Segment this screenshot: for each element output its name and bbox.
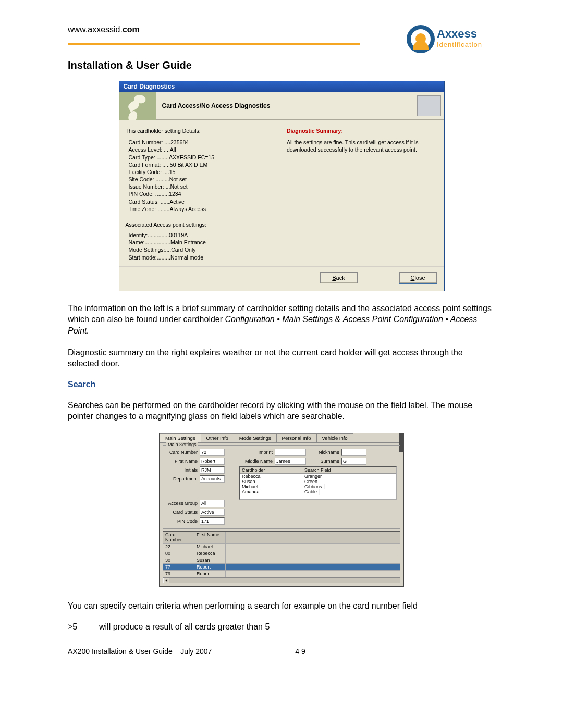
imprint-input[interactable] — [275, 449, 306, 456]
details-heading: This cardholder setting Details: — [126, 127, 277, 134]
detail-line: Time Zone: ........Always Access — [129, 205, 277, 213]
search-results-grid[interactable]: Cardholder Search Field RebeccaGranger S… — [239, 466, 397, 500]
criteria-operator: >5 — [68, 622, 84, 632]
detail-line: Site Code: .........Not set — [129, 176, 277, 183]
banner-image-right — [417, 95, 441, 116]
department-input[interactable]: Accounts — [200, 475, 225, 483]
table-row: 79Rupert — [163, 571, 400, 577]
group-label: Main Settings — [166, 442, 198, 447]
tab-vehicle-info[interactable]: Vehicle Info — [316, 433, 353, 442]
detail-line: Access Level: ....All — [129, 146, 277, 153]
access-group-label[interactable]: Access Group — [166, 501, 198, 506]
summary-heading: Diagnostic Summary: — [287, 127, 438, 134]
first-name-input[interactable]: Robert — [200, 458, 225, 465]
banner-title: Card Access/No Access Diagnostics — [156, 102, 417, 109]
detail-line: Start mode:.........Normal mode — [129, 254, 277, 261]
detail-line: Card Status: ......Active — [129, 198, 277, 205]
cardholder-grid[interactable]: Card Number First Name 22Michael 80Rebec… — [163, 531, 400, 583]
detail-line: Mode Settings:....Card Only — [129, 246, 277, 253]
url-bold: com — [123, 25, 140, 34]
tab-mode-settings[interactable]: Mode Settings — [234, 433, 277, 442]
tab-personal-info[interactable]: Personal Info — [276, 433, 317, 442]
header-divider — [68, 43, 360, 45]
main-settings-group: Main Settings Card Number 72 Imprint Nic… — [163, 445, 400, 529]
page-title: Installation & User Guide — [68, 59, 495, 71]
dialog-titlebar: Card Diagnostics — [119, 81, 444, 92]
detail-line: Name:.................Main Entrance — [129, 239, 277, 246]
diagnostic-summary-column: Diagnostic Summary: All the settings are… — [287, 127, 438, 261]
nickname-input[interactable] — [341, 449, 366, 456]
close-button[interactable]: Close — [399, 272, 437, 283]
surname-label[interactable]: Surname — [308, 459, 339, 464]
detail-line: Card Type: ........AXXESSID FC=15 — [129, 154, 277, 161]
table-row-selected: 77Robert — [163, 564, 400, 571]
initials-input[interactable]: RJM — [200, 466, 225, 474]
paragraph-1: The information on the left is a brief s… — [68, 303, 495, 337]
first-name-label[interactable]: First Name — [166, 459, 198, 464]
axxess-logo: Axxess Identification — [407, 25, 495, 56]
criteria-description: will produce a result of all cards great… — [99, 622, 270, 632]
page-footer: AX200 Installation & User Guide – July 2… — [68, 647, 495, 656]
url-plain: www.axxessid. — [68, 25, 123, 34]
col-cardholder: Cardholder — [240, 467, 302, 473]
tab-other-info[interactable]: Other Info — [201, 433, 234, 442]
col-search-field: Search Field — [302, 467, 396, 473]
footer-page-number: 4 9 — [295, 647, 305, 656]
middle-name-input[interactable]: James — [275, 458, 306, 465]
search-criteria-example: >5 will produce a result of all cards gr… — [68, 622, 495, 632]
department-label[interactable]: Department — [166, 476, 198, 482]
imprint-label[interactable]: Imprint — [227, 450, 273, 455]
pin-code-label[interactable]: PIN Code — [166, 519, 198, 524]
col-first-name: First Name — [194, 532, 226, 544]
detail-line: Card Number: ....235684 — [129, 139, 277, 146]
back-label: ack — [336, 275, 345, 281]
card-status-input[interactable]: Active — [200, 509, 225, 516]
close-label: lose — [414, 275, 425, 281]
logo-subtext: Identification — [437, 41, 482, 48]
banner-image-left — [119, 92, 156, 120]
nickname-label[interactable]: Nickname — [308, 450, 339, 455]
tab-main-settings[interactable]: Main Settings — [160, 433, 201, 442]
table-row: 22Michael — [163, 544, 400, 550]
card-diagnostics-dialog: Card Diagnostics Card Access/No Access D… — [119, 81, 445, 291]
paragraph-3: Searches can be performed on the cardhol… — [68, 400, 495, 422]
back-button[interactable]: Back — [320, 272, 358, 283]
detail-line: PIN Code: .........1234 — [129, 190, 277, 198]
scroll-left-icon[interactable]: ◄ — [163, 578, 169, 583]
access-group-input[interactable]: All — [200, 500, 225, 507]
detail-line: Facility Code: ....15 — [129, 168, 277, 176]
card-number-label[interactable]: Card Number — [166, 450, 198, 455]
access-point-heading: Associated Access point settings: — [126, 221, 277, 228]
paragraph-2: Diagnostic summary on the right explains… — [68, 347, 495, 369]
col-card-number: Card Number — [163, 532, 194, 544]
search-heading: Search — [68, 380, 495, 389]
table-row: 30Susan — [163, 557, 400, 564]
paragraph-4: You can specify certain criteria when pe… — [68, 600, 495, 612]
dialog-banner: Card Access/No Access Diagnostics — [119, 92, 444, 120]
detail-line: Card Format: .....50 Bit AXID EM — [129, 161, 277, 168]
summary-body: All the settings are fine. This card wil… — [287, 139, 438, 153]
footer-left: AX200 Installation & User Guide – July 2… — [68, 647, 212, 656]
detail-line: Issue Number: ...Not set — [129, 183, 277, 190]
table-row: 80Rebecca — [163, 550, 400, 557]
card-number-input[interactable]: 72 — [200, 449, 225, 456]
horizontal-scrollbar[interactable]: ◄ — [163, 577, 400, 583]
logo-text: Axxess — [437, 27, 477, 41]
initials-label[interactable]: Initials — [166, 467, 198, 473]
surname-input[interactable]: G — [341, 458, 366, 465]
main-settings-screenshot: Main Settings Other Info Mode Settings P… — [159, 433, 404, 587]
card-status-label[interactable]: Card Status — [166, 510, 198, 515]
cardholder-details-column: This cardholder setting Details: Card Nu… — [126, 127, 277, 261]
header-url: www.axxessid.com — [68, 25, 140, 34]
detail-line: Identity:..............00119A — [129, 231, 277, 239]
middle-name-label[interactable]: Middle Name — [227, 459, 273, 464]
pin-code-input[interactable]: 171 — [200, 517, 225, 525]
